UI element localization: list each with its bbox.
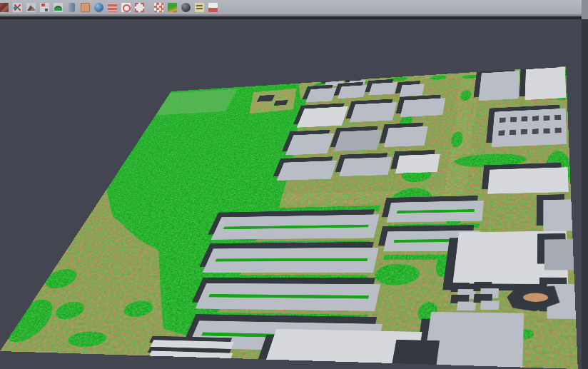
roof-opening: [498, 130, 505, 135]
profile-icon: [69, 3, 75, 12]
point-cloud-scene: [0, 66, 578, 369]
point-cloud-button[interactable]: [0, 1, 10, 14]
building-roof: [492, 108, 567, 147]
roof-opening: [510, 130, 516, 136]
viewport-3d[interactable]: [0, 19, 588, 369]
clip-icon: [208, 3, 218, 12]
building-roof: [480, 300, 500, 310]
delete-points-icon: [13, 3, 22, 12]
application-window: [0, 0, 588, 369]
roof-opening: [555, 128, 562, 133]
building-roof: [384, 126, 428, 147]
measure-button[interactable]: [193, 1, 206, 14]
building-roof: [338, 85, 368, 98]
building-roof: [400, 98, 446, 117]
sphere-button[interactable]: [180, 1, 192, 14]
window-right-edge: [582, 0, 588, 369]
building-roof: [524, 67, 566, 100]
terrain-button[interactable]: [25, 1, 37, 14]
roof-opening: [521, 116, 527, 121]
profile-button[interactable]: [66, 1, 78, 14]
selection-box-icon: [135, 3, 144, 12]
marker-button[interactable]: [39, 1, 51, 14]
terrain-icon: [26, 3, 36, 12]
roof-ridge-vegetation: [216, 258, 368, 262]
target-button[interactable]: [120, 1, 132, 14]
layers-icon: [108, 3, 117, 12]
classification-button[interactable]: [166, 1, 178, 14]
roof-opening: [544, 128, 550, 134]
window-right-edge-top: [582, 0, 588, 19]
building-roof: [543, 199, 572, 231]
clip-button[interactable]: [207, 1, 219, 14]
surface-model-icon: [54, 3, 63, 12]
building-roof: [334, 130, 382, 151]
classification-icon: [168, 3, 177, 12]
building-roof: [339, 157, 392, 176]
orthophoto-button[interactable]: [79, 1, 91, 14]
roof-opening: [500, 118, 506, 123]
roof-opening: [532, 128, 539, 134]
roof-opening: [521, 129, 527, 135]
point-cloud-icon: [0, 3, 9, 12]
building-roof: [369, 82, 397, 95]
globe-button[interactable]: [93, 1, 105, 14]
checker-icon: [154, 3, 163, 12]
roof-opening: [532, 116, 539, 121]
main-toolbar: [0, 0, 588, 15]
building-roof: [395, 154, 440, 173]
target-icon: [121, 3, 131, 12]
building-roof: [297, 106, 348, 128]
layers-button[interactable]: [106, 1, 118, 14]
globe-icon: [94, 3, 103, 12]
roof-opening: [554, 115, 561, 120]
building-roof: [478, 71, 519, 101]
surface-model-button[interactable]: [52, 1, 64, 14]
orthophoto-icon: [81, 3, 90, 12]
measure-icon: [195, 3, 204, 12]
building-roof: [544, 239, 574, 270]
selection-box-button[interactable]: [133, 1, 146, 14]
building-roof: [457, 301, 476, 310]
checker-button[interactable]: [153, 1, 165, 14]
building-roof: [487, 167, 569, 193]
building-roof: [277, 161, 337, 181]
terrain-projection: [0, 66, 578, 369]
building-roof: [423, 312, 524, 369]
roof-opening: [544, 116, 550, 121]
roof-opening: [510, 117, 517, 122]
building-roof: [350, 102, 397, 122]
sphere-icon: [181, 3, 191, 12]
building-roof: [400, 84, 425, 96]
dark-structure: [392, 340, 440, 365]
delete-points-button[interactable]: [11, 1, 24, 14]
marker-icon: [40, 3, 49, 12]
